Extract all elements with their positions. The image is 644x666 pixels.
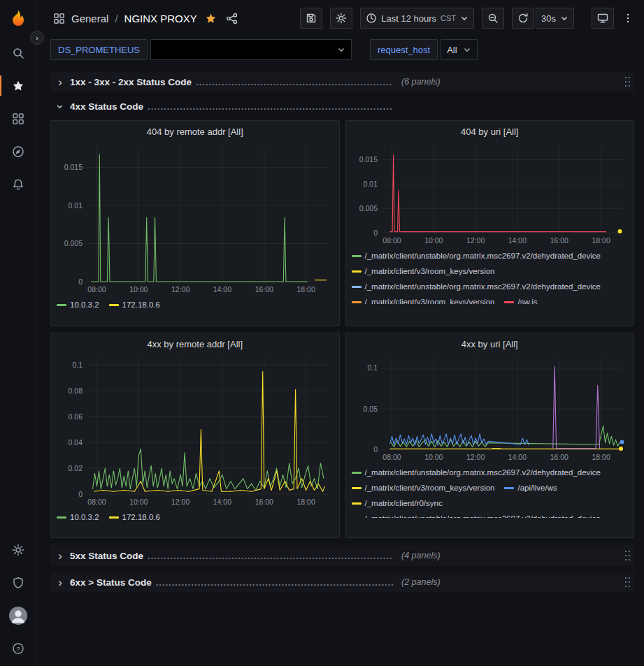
svg-text:08:00: 08:00 bbox=[382, 453, 401, 461]
legend-label: /_matrix/client/v3/room_keys/version bbox=[365, 263, 495, 279]
legend-item[interactable]: /api/live/ws bbox=[504, 480, 557, 495]
datasource-variable-label[interactable]: DS_PROMETHEUS bbox=[50, 39, 148, 60]
row-drag-handle[interactable] bbox=[624, 76, 631, 87]
refresh-interval-label: 30s bbox=[541, 13, 556, 24]
timeseries-chart[interactable]: 08:0010:0012:0014:0016:0018:0000.020.040… bbox=[57, 354, 334, 508]
svg-text:0.1: 0.1 bbox=[72, 361, 83, 369]
refresh-interval-select[interactable]: 30s bbox=[536, 8, 574, 29]
dotted-leader bbox=[148, 551, 393, 561]
breadcrumb-folder[interactable]: General bbox=[71, 13, 108, 24]
legend-item[interactable]: 10.0.3.2 bbox=[57, 509, 99, 525]
sidebar-item-alerting[interactable] bbox=[0, 168, 36, 201]
svg-text:14:00: 14:00 bbox=[213, 498, 231, 506]
legend-label: /api/live/ws bbox=[517, 480, 557, 495]
expand-sidebar-button[interactable]: › bbox=[30, 31, 44, 45]
svg-text:0.06: 0.06 bbox=[69, 412, 83, 421]
svg-text:16:00: 16:00 bbox=[255, 285, 273, 294]
svg-text:0.015: 0.015 bbox=[64, 163, 83, 171]
sidebar-item-server-admin[interactable] bbox=[0, 566, 36, 599]
row-1xx-3xx-2xx[interactable]: › 1xx - 3xx - 2xx Status Code (6 panels) bbox=[50, 71, 634, 92]
panel-title[interactable]: 4xx by remote addr [All] bbox=[51, 333, 339, 354]
timeseries-chart[interactable]: 08:0010:0012:0014:0016:0018:0000.0050.01… bbox=[352, 142, 629, 247]
row-drag-handle[interactable] bbox=[624, 577, 631, 588]
legend-item[interactable]: /_matrix/client/unstable/org.matrix.msc2… bbox=[352, 248, 601, 263]
legend-item[interactable]: /_matrix/client/r0/sync bbox=[352, 495, 443, 511]
variables-bar: DS_PROMETHEUS request_host All bbox=[36, 36, 644, 66]
row-5xx[interactable]: › 5xx Status Code (4 panels) bbox=[50, 545, 634, 566]
panel-title[interactable]: 404 by uri [All] bbox=[346, 121, 634, 142]
sidebar-bottom: ? bbox=[0, 533, 36, 666]
legend-swatch bbox=[352, 270, 362, 273]
legend-label: 172.18.0.6 bbox=[122, 297, 160, 312]
svg-text:0: 0 bbox=[373, 445, 378, 454]
favorite-star-button[interactable] bbox=[205, 13, 217, 24]
legend-swatch bbox=[352, 472, 362, 474]
legend-label: /_matrix/client/unstable/org.matrix.msc2… bbox=[365, 511, 601, 518]
svg-text:08:00: 08:00 bbox=[382, 236, 401, 245]
request-host-variable-label[interactable]: request_host bbox=[370, 39, 438, 60]
panel-404-by-remote-addr: 404 by remote addr [All] 08:0010:0012:00… bbox=[50, 120, 340, 326]
save-dashboard-button[interactable] bbox=[300, 8, 322, 29]
svg-text:12:00: 12:00 bbox=[466, 236, 484, 245]
legend-label: /_matrix/client/v3/room_keys/version bbox=[365, 480, 495, 495]
panel-title[interactable]: 404 by remote addr [All] bbox=[51, 121, 339, 142]
dashboard-content: › 1xx - 3xx - 2xx Status Code (6 panels)… bbox=[36, 66, 644, 593]
legend-item[interactable]: 172.18.0.6 bbox=[109, 509, 160, 525]
row-6xx[interactable]: › 6xx > Status Code (2 panels) bbox=[50, 572, 634, 593]
legend-item[interactable]: /_matrix/client/unstable/org.matrix.msc2… bbox=[352, 511, 601, 518]
sidebar-item-dashboards[interactable] bbox=[0, 102, 36, 135]
zoom-out-button[interactable] bbox=[482, 8, 504, 29]
svg-text:14:00: 14:00 bbox=[508, 236, 526, 245]
sidebar-item-configuration[interactable] bbox=[0, 533, 36, 566]
row-drag-handle[interactable] bbox=[624, 550, 631, 561]
panel-grid: 404 by remote addr [All] 08:0010:0012:00… bbox=[50, 120, 634, 538]
refresh-button[interactable] bbox=[512, 8, 534, 29]
panel-title[interactable]: 4xx by uri [All] bbox=[346, 333, 634, 354]
svg-text:0: 0 bbox=[78, 490, 83, 498]
legend-item[interactable]: 10.0.3.2 bbox=[57, 297, 99, 312]
svg-text:08:00: 08:00 bbox=[87, 498, 106, 506]
request-host-variable-select[interactable]: All bbox=[441, 39, 477, 60]
breadcrumb-separator: / bbox=[115, 13, 117, 24]
svg-text:10:00: 10:00 bbox=[129, 498, 148, 506]
datasource-variable-select[interactable] bbox=[150, 39, 352, 60]
dashboard-settings-button[interactable] bbox=[330, 8, 352, 29]
sidebar-item-profile[interactable] bbox=[0, 599, 36, 632]
breadcrumb-dashboard-title[interactable]: NGINX PROXY bbox=[124, 13, 197, 24]
legend-item[interactable]: /_matrix/client/v3/room_keys/version bbox=[352, 480, 495, 495]
legend-item[interactable]: /_matrix/client/unstable/org.matrix.msc2… bbox=[352, 279, 601, 294]
time-range-picker[interactable]: Last 12 hours CST bbox=[360, 8, 474, 29]
sidebar-item-help[interactable]: ? bbox=[0, 632, 36, 665]
chart-legend: /_matrix/client/unstable/org.matrix.msc2… bbox=[352, 248, 629, 304]
svg-text:14:00: 14:00 bbox=[213, 285, 231, 294]
sidebar-item-starred[interactable] bbox=[0, 69, 36, 102]
row-title: 6xx > Status Code bbox=[70, 577, 152, 588]
kebab-menu-button[interactable] bbox=[622, 8, 634, 29]
timezone-label: CST bbox=[441, 14, 456, 22]
monitor-icon bbox=[597, 13, 608, 24]
search-icon bbox=[12, 47, 24, 59]
timeseries-chart[interactable]: 08:0010:0012:0014:0016:0018:0000.0050.01… bbox=[57, 142, 334, 296]
legend-swatch bbox=[352, 518, 362, 519]
tv-mode-button[interactable] bbox=[592, 8, 614, 29]
sidebar-item-explore[interactable] bbox=[0, 135, 36, 168]
legend-item[interactable]: /_matrix/client/v3/room_keys/version bbox=[352, 294, 495, 304]
row-4xx[interactable]: › 4xx Status Code bbox=[50, 96, 634, 117]
chevron-down-icon bbox=[460, 14, 468, 22]
svg-text:0: 0 bbox=[78, 277, 83, 286]
share-button[interactable] bbox=[226, 13, 238, 24]
timeseries-chart[interactable]: 08:0010:0012:0014:0016:0018:0000.050.1 bbox=[352, 354, 629, 463]
svg-text:08:00: 08:00 bbox=[87, 285, 106, 294]
legend-swatch bbox=[109, 516, 119, 519]
legend-item[interactable]: /_matrix/client/unstable/org.matrix.msc2… bbox=[352, 465, 601, 480]
legend-item[interactable]: 172.18.0.6 bbox=[109, 297, 160, 312]
top-navbar: General / NGINX PROXY Last 12 hours CST bbox=[36, 0, 644, 36]
legend-item[interactable]: /_matrix/client/v3/room_keys/version bbox=[352, 263, 495, 279]
svg-text:0.08: 0.08 bbox=[69, 386, 83, 395]
panel-4xx-by-uri: 4xx by uri [All] 08:0010:0012:0014:0016:… bbox=[345, 333, 635, 538]
legend-item[interactable]: /sw.js bbox=[504, 294, 537, 304]
chart-legend: /_matrix/client/unstable/org.matrix.msc2… bbox=[352, 465, 629, 518]
grafana-logo[interactable] bbox=[0, 0, 36, 36]
legend-swatch bbox=[352, 487, 362, 489]
svg-text:0.1: 0.1 bbox=[367, 363, 378, 372]
